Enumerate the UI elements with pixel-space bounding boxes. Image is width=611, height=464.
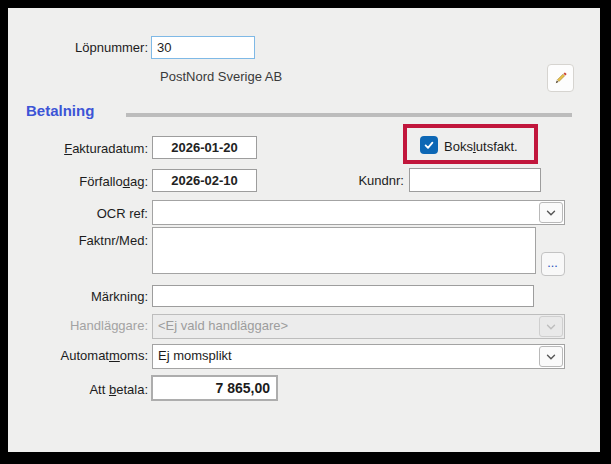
markning-input[interactable]: [152, 285, 534, 307]
handlaggare-label: Handläggare:: [18, 318, 148, 334]
chevron-down-icon: [545, 207, 557, 219]
pencil-icon: [553, 71, 568, 86]
supplier-name: PostNord Sverige AB: [160, 69, 282, 84]
window-frame: Löpnummer: PostNord Sverige AB Betalning…: [0, 0, 611, 464]
att-betala-input[interactable]: [151, 375, 278, 401]
automatmoms-dropdown-button[interactable]: [539, 346, 563, 367]
section-title-betalning: Betalning: [26, 102, 94, 119]
handlaggare-value: <Ej vald handläggare>: [153, 315, 538, 338]
chevron-down-icon: [545, 321, 557, 333]
markning-label: Märkning:: [18, 289, 148, 305]
bokslutsfakt-checkbox[interactable]: [420, 136, 438, 154]
lopnummer-label: Löpnummer:: [18, 40, 148, 56]
forfallodag-label: Förfallodag:: [18, 174, 148, 190]
ocr-ref-combobox[interactable]: [152, 200, 565, 225]
handlaggare-dropdown-button: [539, 316, 563, 337]
ocr-ref-label: OCR ref:: [18, 206, 148, 222]
ocr-ref-value: [153, 201, 538, 224]
kundnr-input[interactable]: [409, 168, 541, 192]
ocr-ref-dropdown-button[interactable]: [539, 202, 563, 223]
handlaggare-combobox: <Ej vald handläggare>: [152, 314, 565, 339]
checkmark-icon: [423, 139, 435, 151]
faktnr-med-input[interactable]: [152, 227, 536, 274]
faktnr-med-more-button[interactable]: ...: [541, 252, 565, 276]
faktnr-med-label: Faktnr/Med:: [18, 233, 148, 249]
att-betala-label: Att betala:: [18, 382, 148, 398]
automatmoms-value: Ej momsplikt: [153, 345, 538, 368]
forfallodag-input[interactable]: [152, 169, 257, 192]
kundnr-label: Kundnr:: [274, 173, 404, 189]
section-divider: [126, 113, 572, 117]
bokslutsfakt-label: Bokslutsfakt.: [444, 139, 518, 154]
fakturadatum-label: Fakturadatum:: [18, 141, 148, 157]
fakturadatum-input[interactable]: [152, 136, 257, 159]
edit-button[interactable]: [547, 64, 574, 92]
automatmoms-label: Automatmoms:: [18, 348, 148, 364]
automatmoms-combobox[interactable]: Ej momsplikt: [152, 344, 565, 369]
chevron-down-icon: [545, 351, 557, 363]
lopnummer-input[interactable]: [151, 36, 255, 59]
